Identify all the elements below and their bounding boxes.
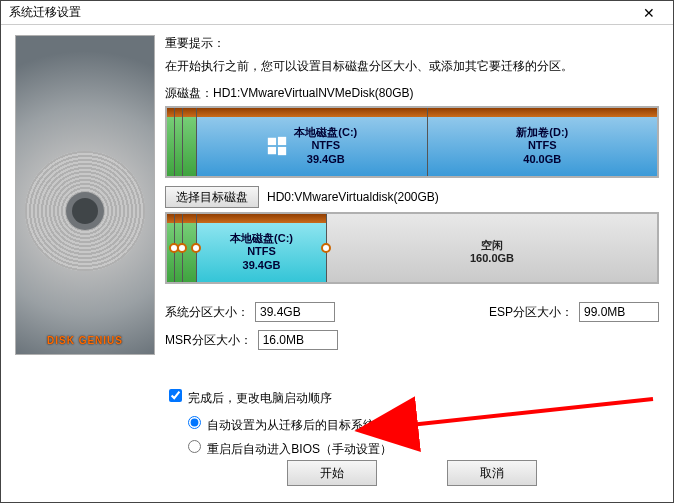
hint-title: 重要提示：	[165, 35, 659, 52]
sidebar-image: DISK GENIUS	[15, 35, 155, 355]
select-target-disk-button[interactable]: 选择目标磁盘	[165, 186, 259, 208]
start-button[interactable]: 开始	[287, 460, 377, 486]
main-panel: 重要提示： 在开始执行之前，您可以设置目标磁盘分区大小、或添加其它要迁移的分区。…	[165, 35, 659, 492]
source-partition-c[interactable]: 本地磁盘(C:) NTFS 39.4GB	[197, 108, 428, 176]
target-partition-c[interactable]: 本地磁盘(C:) NTFS 39.4GB	[197, 214, 327, 282]
svg-rect-3	[278, 147, 286, 155]
radio-bios-boot[interactable]: 重启后自动进入BIOS（手动设置）	[183, 437, 659, 458]
resize-handle-icon[interactable]	[321, 243, 331, 253]
target-stub-2[interactable]	[175, 214, 183, 282]
target-disk-label: HD0:VMwareVirtualdisk(200GB)	[267, 190, 439, 204]
close-button[interactable]: ✕	[629, 2, 669, 24]
resize-handle-icon[interactable]	[191, 243, 201, 253]
msr-size-input[interactable]	[258, 330, 338, 350]
change-boot-order-input[interactable]	[169, 389, 182, 402]
resize-handle-icon[interactable]	[177, 243, 187, 253]
change-boot-order-checkbox[interactable]: 完成后，更改电脑启动顺序	[165, 391, 332, 405]
source-stub-1	[167, 108, 175, 176]
svg-rect-1	[278, 137, 286, 145]
radio-bios-boot-input[interactable]	[188, 440, 201, 453]
close-icon: ✕	[643, 5, 655, 21]
radio-auto-boot-input[interactable]	[188, 416, 201, 429]
window-title: 系统迁移设置	[9, 4, 81, 21]
svg-rect-0	[268, 138, 276, 145]
msr-size-label: MSR分区大小：	[165, 332, 252, 349]
target-partition-free[interactable]: 空闲 160.0GB	[327, 214, 657, 282]
target-stub-1[interactable]	[167, 214, 175, 282]
radio-auto-boot[interactable]: 自动设置为从迁移后的目标系统启动	[183, 413, 659, 434]
source-stub-3	[183, 108, 197, 176]
brand-text: DISK GENIUS	[16, 335, 154, 346]
hint-body: 在开始执行之前，您可以设置目标磁盘分区大小、或添加其它要迁移的分区。	[165, 58, 659, 75]
esp-size-input[interactable]	[579, 302, 659, 322]
source-partition-d[interactable]: 新加卷(D:) NTFS 40.0GB	[428, 108, 658, 176]
target-disk-bar: 本地磁盘(C:) NTFS 39.4GB 空闲 160.0GB	[165, 212, 659, 284]
windows-icon	[266, 135, 288, 157]
cancel-button[interactable]: 取消	[447, 460, 537, 486]
sys-size-input[interactable]	[255, 302, 335, 322]
esp-size-label: ESP分区大小：	[489, 304, 573, 321]
source-disk-label: 源磁盘：HD1:VMwareVirtualNVMeDisk(80GB)	[165, 85, 659, 102]
sys-size-label: 系统分区大小：	[165, 304, 249, 321]
titlebar: 系统迁移设置 ✕	[1, 1, 673, 25]
source-disk-bar: 本地磁盘(C:) NTFS 39.4GB 新加卷(D:) NTFS 40.0GB	[165, 106, 659, 178]
source-stub-2	[175, 108, 183, 176]
dialog-window: 系统迁移设置 ✕ DISK GENIUS 重要提示： 在开始执行之前，您可以设置…	[0, 0, 674, 503]
svg-rect-2	[268, 147, 276, 154]
